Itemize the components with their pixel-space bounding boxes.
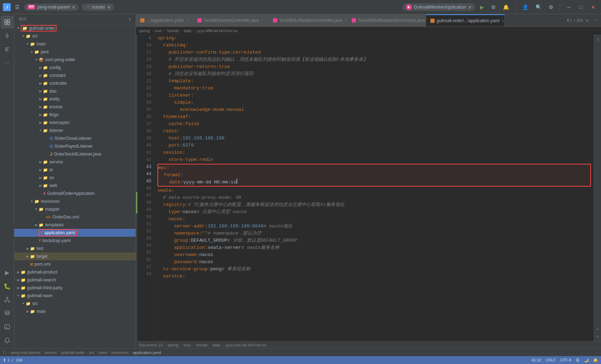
tab-gulimall-order-application-yaml[interactable]: gulimall-order\...\application.yaml ✕ (426, 14, 505, 26)
activity-run-button[interactable]: ▶ (1, 266, 14, 279)
activity-commit-button[interactable] (1, 29, 14, 42)
footer-bc-service[interactable]: service (45, 350, 57, 355)
tree-item-enume[interactable]: ▶ 📁 enume (14, 103, 136, 111)
git-status[interactable]: ⬆ 1 ✓ 104 (3, 358, 22, 363)
tree-item-target[interactable]: ▶ 📁 target (14, 252, 136, 260)
run-button[interactable]: ▶ (478, 3, 486, 11)
tree-item-entity[interactable]: ▶ 📁 entity (14, 95, 136, 103)
activity-db-button[interactable] (1, 307, 14, 320)
project-selector[interactable]: PP peng-mall-parent ∨ (24, 4, 79, 11)
maximize-button[interactable]: □ (577, 3, 585, 11)
run-config-selector[interactable]: ▶ GulimallMemberApplication ∨ (402, 3, 475, 11)
tree-item-main[interactable]: ▼ 📁 main (14, 40, 136, 48)
tree-item-feign[interactable]: ▶ 📁 feign (14, 111, 136, 119)
menu-button[interactable]: ☰ (14, 3, 21, 11)
tree-item-interceptor[interactable]: ▶ 📁 interceptor (14, 119, 136, 127)
language-selector[interactable]: 英 (576, 358, 580, 363)
footer-bc-root[interactable]: ⬡ (3, 350, 6, 355)
moon-button[interactable]: 🌙 (584, 358, 589, 363)
folder-icon: 📁 (43, 128, 48, 133)
tab-seckill-sku-relation-controller[interactable]: SeckillSkuRelationController.java ✕ (269, 14, 347, 26)
footer-bc-application-yaml[interactable]: application.yaml (133, 350, 161, 355)
tree-item-bootstrap-yaml[interactable]: Y bootstrap.yaml (14, 237, 136, 245)
settings-button[interactable]: ⚙ (489, 3, 498, 11)
activity-git-button[interactable] (1, 293, 14, 306)
notifications-button[interactable]: 🔔 (501, 3, 511, 11)
cursor-position[interactable]: 45:32 (532, 358, 542, 362)
footer-bc-main[interactable]: main (99, 350, 107, 355)
tab-split-button[interactable]: ⋯ (592, 17, 599, 24)
tree-item-order-seckill-listener[interactable]: J OrderSeckillListener.java (14, 150, 136, 158)
tab-list-button[interactable]: ∨ (584, 17, 590, 24)
activity-structure-button[interactable] (1, 43, 14, 56)
line-ending[interactable]: CRLF (546, 358, 556, 362)
tree-item-gulimall-order-app[interactable]: A GulimallOrderApplication (14, 190, 136, 197)
code-line-44: format: (158, 172, 590, 179)
tree-item-listener[interactable]: ▼ 📁 listener (14, 127, 136, 134)
tree-item-resources[interactable]: ▼ 📁 resources (14, 197, 136, 205)
tree-item-src[interactable]: ▼ 📁 src (14, 32, 136, 40)
line-numbers: 6 20 27 28 29 30 31 32 33 34 35 36 37 38… (137, 35, 155, 341)
tree-item-application-yaml[interactable]: Y application.yaml (14, 229, 136, 237)
tab-seckill-sku-relation-service-impl[interactable]: SeckillSkuRelationServiceImpl.java ✕ (347, 14, 426, 26)
sidebar-content[interactable]: ▼ 📁 gulimall-order ▼ 📁 src ▼ 📁 main ▼ (14, 24, 136, 348)
tree-item-order-dao-xml[interactable]: </> OrderDao.xml (14, 213, 136, 221)
activity-notifications-button[interactable] (1, 334, 14, 347)
footer-bc-src[interactable]: src (89, 350, 94, 355)
tree-item-service[interactable]: ▶ 📁 service (14, 158, 136, 166)
tree-item-gulimall-order[interactable]: ▼ 📁 gulimall-order (14, 24, 136, 32)
tree-item-order-payed-listener[interactable]: C OrderPayedListener (14, 142, 136, 150)
encoding[interactable]: UTF-8 (560, 358, 571, 362)
tree-item-vo[interactable]: ▶ 📁 vo (14, 174, 136, 182)
tree-item-gulimall-ware[interactable]: ▼ 📁 gulimall-ware (14, 292, 136, 300)
activity-terminal-button[interactable] (1, 320, 14, 333)
activity-more-button[interactable]: ··· (1, 56, 14, 69)
tab-close-button[interactable]: ✕ (261, 19, 264, 23)
activity-project-button[interactable] (1, 16, 14, 29)
tree-item-controller[interactable]: ▶ 📁 controller (14, 79, 136, 87)
tree-item-com-peng-order[interactable]: ▼ 📦 com.peng.order (14, 56, 136, 64)
tab-close-button[interactable]: ✕ (502, 19, 504, 23)
close-button[interactable]: ✕ (588, 3, 598, 11)
tree-item-web[interactable]: ▶ 📁 web (14, 182, 136, 190)
scroll-up-button[interactable]: ▲ (595, 325, 601, 332)
global-settings-button[interactable]: ⚙ (547, 3, 556, 11)
footer-bc-resources[interactable]: resources (111, 350, 128, 355)
minimize-button[interactable]: ─ (565, 3, 574, 11)
notification-status[interactable]: 🔔 (593, 358, 598, 363)
tree-item-order-close-listener[interactable]: C OrderCloseListener (14, 134, 136, 142)
footer-bc-peng-mall[interactable]: peng-mall-parent (11, 350, 40, 355)
tree-item-config[interactable]: ▶ 📁 config (14, 64, 136, 72)
tree-item-pom-xml[interactable]: M pom.xml (14, 260, 136, 268)
scroll-down-button[interactable]: ▼ (595, 333, 601, 340)
tree-item-java[interactable]: ▼ 📁 java (14, 48, 136, 56)
tab-close-button[interactable]: ✕ (345, 19, 347, 23)
yaml-icon: Y (39, 239, 41, 243)
tree-item-to[interactable]: ▶ 📁 to (14, 166, 136, 174)
tree-item-dao[interactable]: ▶ 📁 dao (14, 87, 136, 95)
tree-item-gulimall-search[interactable]: ▶ 📁 gulimall-search (14, 276, 136, 284)
tab-icon (352, 18, 356, 23)
tab-seckill-session-controller[interactable]: SeckillSessionController.java ✕ (193, 14, 269, 26)
tree-label-order-seckill-listener: OrderSeckillListener.java (54, 152, 101, 157)
folder-icon: 📁 (43, 168, 48, 172)
profile-button[interactable]: 👤 (520, 3, 531, 11)
search-button[interactable]: 🔍 (533, 3, 544, 11)
tree-label-web: web (49, 183, 57, 188)
tree-item-mapper[interactable]: ▼ 📁 mapper (14, 205, 136, 213)
tree-item-gulimall-third-party[interactable]: ▶ 📁 gulimall-third-party (14, 284, 136, 292)
tab-close-button[interactable]: ✕ (186, 19, 189, 23)
code-editor[interactable]: spring: rabbitmq: publisher-confirm-type… (155, 35, 594, 341)
branch-selector[interactable]: ⎇ master ∨ (82, 4, 114, 11)
tree-item-templates[interactable]: ▶ 📁 templates (14, 221, 136, 229)
fold-all-button[interactable]: ⊟ (595, 36, 601, 43)
tree-item-ware-main[interactable]: ▶ 📁 main (14, 308, 136, 315)
code-line-34: simple: (157, 99, 591, 106)
activity-debug-button[interactable]: 🐛 (1, 280, 14, 292)
footer-bc-gulimall-order[interactable]: gulimall-order (61, 350, 85, 355)
tree-item-ware-src[interactable]: ▼ 📁 src (14, 300, 136, 308)
tab-application-yaml-1[interactable]: ...\\application.yaml ✕ (136, 14, 193, 26)
tree-item-constant[interactable]: ▶ 📁 constant (14, 72, 136, 79)
tree-item-test[interactable]: ▶ 📁 test (14, 245, 136, 252)
tree-item-gulimall-product[interactable]: ▶ 📁 gulimall-product (14, 268, 136, 276)
